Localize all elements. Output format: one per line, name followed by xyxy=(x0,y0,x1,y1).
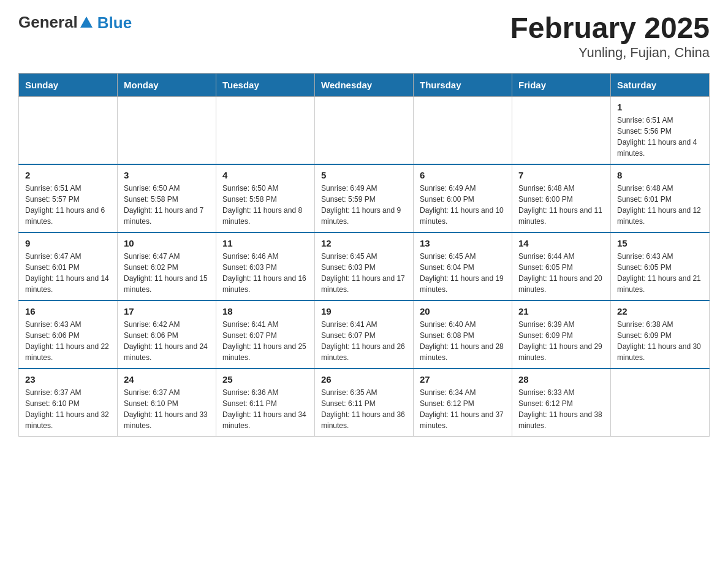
svg-marker-0 xyxy=(80,17,93,28)
day-info: Sunrise: 6:48 AMSunset: 6:01 PMDaylight:… xyxy=(617,183,703,227)
calendar-week-row: 9Sunrise: 6:47 AMSunset: 6:01 PMDaylight… xyxy=(19,232,710,301)
weekday-header: Wednesday xyxy=(315,73,414,96)
day-info: Sunrise: 6:43 AMSunset: 6:05 PMDaylight:… xyxy=(617,251,703,295)
weekday-header: Saturday xyxy=(611,73,710,96)
day-info: Sunrise: 6:43 AMSunset: 6:06 PMDaylight:… xyxy=(25,319,111,363)
logo-text: General xyxy=(18,13,95,32)
day-number: 22 xyxy=(617,306,703,316)
calendar-table: SundayMondayTuesdayWednesdayThursdayFrid… xyxy=(18,73,710,437)
day-number: 18 xyxy=(222,306,308,316)
calendar-day-cell xyxy=(611,369,710,437)
calendar-day-cell: 3Sunrise: 6:50 AMSunset: 5:58 PMDaylight… xyxy=(118,164,216,232)
calendar-day-cell: 10Sunrise: 6:47 AMSunset: 6:02 PMDayligh… xyxy=(118,232,216,301)
day-number: 11 xyxy=(222,238,308,248)
calendar-day-cell: 2Sunrise: 6:51 AMSunset: 5:57 PMDaylight… xyxy=(19,164,118,232)
calendar-day-cell: 15Sunrise: 6:43 AMSunset: 6:05 PMDayligh… xyxy=(611,232,710,301)
calendar-day-cell: 7Sunrise: 6:48 AMSunset: 6:00 PMDaylight… xyxy=(512,164,611,232)
day-info: Sunrise: 6:49 AMSunset: 5:59 PMDaylight:… xyxy=(321,183,407,227)
weekday-header-row: SundayMondayTuesdayWednesdayThursdayFrid… xyxy=(19,73,710,96)
day-number: 23 xyxy=(25,374,111,385)
weekday-header: Monday xyxy=(118,73,216,96)
logo-icon xyxy=(78,14,95,31)
day-info: Sunrise: 6:34 AMSunset: 6:12 PMDaylight:… xyxy=(420,387,506,431)
day-info: Sunrise: 6:44 AMSunset: 6:05 PMDaylight:… xyxy=(518,251,604,295)
day-info: Sunrise: 6:40 AMSunset: 6:08 PMDaylight:… xyxy=(420,319,506,363)
day-number: 1 xyxy=(617,102,703,112)
day-info: Sunrise: 6:36 AMSunset: 6:11 PMDaylight:… xyxy=(222,387,308,431)
day-number: 20 xyxy=(420,306,506,316)
logo-general: General xyxy=(18,13,78,32)
day-number: 3 xyxy=(124,170,210,180)
calendar-day-cell: 22Sunrise: 6:38 AMSunset: 6:09 PMDayligh… xyxy=(611,301,710,369)
day-number: 21 xyxy=(518,306,604,316)
day-number: 7 xyxy=(518,170,604,180)
day-number: 9 xyxy=(25,238,111,248)
day-number: 28 xyxy=(518,374,604,385)
calendar-week-row: 1Sunrise: 6:51 AMSunset: 5:56 PMDaylight… xyxy=(19,96,710,164)
day-info: Sunrise: 6:45 AMSunset: 6:04 PMDaylight:… xyxy=(420,251,506,295)
day-number: 24 xyxy=(124,374,210,385)
day-number: 5 xyxy=(321,170,407,180)
calendar-day-cell: 4Sunrise: 6:50 AMSunset: 5:58 PMDaylight… xyxy=(216,164,315,232)
title-block: February 2025 Yunling, Fujian, China xyxy=(510,12,710,61)
weekday-header: Thursday xyxy=(414,73,512,96)
calendar-day-cell: 18Sunrise: 6:41 AMSunset: 6:07 PMDayligh… xyxy=(216,301,315,369)
day-number: 4 xyxy=(222,170,308,180)
calendar-day-cell: 1Sunrise: 6:51 AMSunset: 5:56 PMDaylight… xyxy=(611,96,710,164)
day-number: 19 xyxy=(321,306,407,316)
calendar-day-cell: 16Sunrise: 6:43 AMSunset: 6:06 PMDayligh… xyxy=(19,301,118,369)
day-info: Sunrise: 6:51 AMSunset: 5:56 PMDaylight:… xyxy=(617,115,703,159)
day-number: 27 xyxy=(420,374,506,385)
day-number: 6 xyxy=(420,170,506,180)
day-number: 12 xyxy=(321,238,407,248)
day-info: Sunrise: 6:47 AMSunset: 6:02 PMDaylight:… xyxy=(124,251,210,295)
day-info: Sunrise: 6:48 AMSunset: 6:00 PMDaylight:… xyxy=(518,183,604,227)
day-info: Sunrise: 6:37 AMSunset: 6:10 PMDaylight:… xyxy=(25,387,111,431)
page-header: General Blue February 2025 Yunling, Fuji… xyxy=(18,12,710,61)
weekday-header: Friday xyxy=(512,73,611,96)
calendar-week-row: 16Sunrise: 6:43 AMSunset: 6:06 PMDayligh… xyxy=(19,301,710,369)
calendar-day-cell: 24Sunrise: 6:37 AMSunset: 6:10 PMDayligh… xyxy=(118,369,216,437)
day-info: Sunrise: 6:51 AMSunset: 5:57 PMDaylight:… xyxy=(25,183,111,227)
calendar-day-cell: 13Sunrise: 6:45 AMSunset: 6:04 PMDayligh… xyxy=(414,232,512,301)
day-number: 14 xyxy=(518,238,604,248)
day-number: 25 xyxy=(222,374,308,385)
day-number: 10 xyxy=(124,238,210,248)
day-number: 16 xyxy=(25,306,111,316)
calendar-subtitle: Yunling, Fujian, China xyxy=(510,45,710,61)
calendar-day-cell: 28Sunrise: 6:33 AMSunset: 6:12 PMDayligh… xyxy=(512,369,611,437)
calendar-day-cell: 26Sunrise: 6:35 AMSunset: 6:11 PMDayligh… xyxy=(315,369,414,437)
day-info: Sunrise: 6:41 AMSunset: 6:07 PMDaylight:… xyxy=(222,319,308,363)
calendar-day-cell xyxy=(315,96,414,164)
calendar-day-cell: 8Sunrise: 6:48 AMSunset: 6:01 PMDaylight… xyxy=(611,164,710,232)
weekday-header: Sunday xyxy=(19,73,118,96)
day-info: Sunrise: 6:49 AMSunset: 6:00 PMDaylight:… xyxy=(420,183,506,227)
calendar-week-row: 2Sunrise: 6:51 AMSunset: 5:57 PMDaylight… xyxy=(19,164,710,232)
calendar-day-cell: 23Sunrise: 6:37 AMSunset: 6:10 PMDayligh… xyxy=(19,369,118,437)
logo: General Blue xyxy=(18,12,132,33)
day-info: Sunrise: 6:39 AMSunset: 6:09 PMDaylight:… xyxy=(518,319,604,363)
day-info: Sunrise: 6:33 AMSunset: 6:12 PMDaylight:… xyxy=(518,387,604,431)
calendar-title: February 2025 xyxy=(510,12,710,45)
calendar-week-row: 23Sunrise: 6:37 AMSunset: 6:10 PMDayligh… xyxy=(19,369,710,437)
calendar-day-cell: 17Sunrise: 6:42 AMSunset: 6:06 PMDayligh… xyxy=(118,301,216,369)
day-info: Sunrise: 6:38 AMSunset: 6:09 PMDaylight:… xyxy=(617,319,703,363)
calendar-day-cell: 27Sunrise: 6:34 AMSunset: 6:12 PMDayligh… xyxy=(414,369,512,437)
calendar-day-cell: 20Sunrise: 6:40 AMSunset: 6:08 PMDayligh… xyxy=(414,301,512,369)
day-number: 13 xyxy=(420,238,506,248)
day-number: 17 xyxy=(124,306,210,316)
day-number: 26 xyxy=(321,374,407,385)
calendar-day-cell: 5Sunrise: 6:49 AMSunset: 5:59 PMDaylight… xyxy=(315,164,414,232)
calendar-day-cell: 11Sunrise: 6:46 AMSunset: 6:03 PMDayligh… xyxy=(216,232,315,301)
calendar-day-cell xyxy=(118,96,216,164)
calendar-day-cell xyxy=(216,96,315,164)
day-info: Sunrise: 6:50 AMSunset: 5:58 PMDaylight:… xyxy=(222,183,308,227)
weekday-header: Tuesday xyxy=(216,73,315,96)
day-info: Sunrise: 6:46 AMSunset: 6:03 PMDaylight:… xyxy=(222,251,308,295)
calendar-day-cell xyxy=(414,96,512,164)
calendar-day-cell: 21Sunrise: 6:39 AMSunset: 6:09 PMDayligh… xyxy=(512,301,611,369)
day-info: Sunrise: 6:45 AMSunset: 6:03 PMDaylight:… xyxy=(321,251,407,295)
calendar-day-cell: 14Sunrise: 6:44 AMSunset: 6:05 PMDayligh… xyxy=(512,232,611,301)
calendar-day-cell: 25Sunrise: 6:36 AMSunset: 6:11 PMDayligh… xyxy=(216,369,315,437)
calendar-day-cell: 12Sunrise: 6:45 AMSunset: 6:03 PMDayligh… xyxy=(315,232,414,301)
